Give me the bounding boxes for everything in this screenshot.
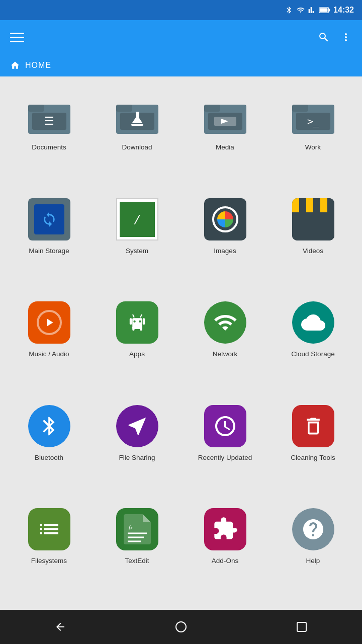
list-item[interactable]: >_ Work xyxy=(269,85,357,188)
download-icon-wrapper xyxy=(115,94,159,138)
item-label: File Sharing xyxy=(119,453,155,462)
svg-rect-19 xyxy=(292,105,308,112)
svg-rect-14 xyxy=(204,105,220,112)
item-label: Cloud Storage xyxy=(291,350,334,359)
svg-rect-1 xyxy=(329,9,330,11)
home-icon xyxy=(10,60,20,70)
list-item[interactable]: Bluetooth xyxy=(5,395,93,499)
music-audio-icon-wrapper xyxy=(27,300,71,345)
list-item[interactable]: Help xyxy=(269,498,357,602)
item-label: Download xyxy=(122,143,152,152)
svg-point-24 xyxy=(139,320,141,323)
item-label: Filesystems xyxy=(31,556,67,566)
cloud-storage-icon-wrapper xyxy=(291,300,335,345)
bottom-nav xyxy=(0,610,362,644)
list-item[interactable]: Music / Audio xyxy=(5,291,93,395)
breadcrumb: Home xyxy=(0,54,362,76)
list-item[interactable]: Cleaning Tools xyxy=(269,395,357,499)
wifi-status-icon xyxy=(296,6,305,14)
list-item[interactable]: fx TextEdit xyxy=(93,498,181,602)
list-item[interactable]: File Sharing xyxy=(93,395,181,499)
item-label: System xyxy=(126,247,148,256)
list-item[interactable]: Media xyxy=(181,85,269,188)
system-icon-wrapper: / xyxy=(115,197,159,242)
images-icon-wrapper xyxy=(203,197,247,242)
item-label: Main Storage xyxy=(29,247,69,256)
apps-icon-wrapper xyxy=(115,300,159,345)
item-label: Images xyxy=(214,247,236,256)
time-display: 14:32 xyxy=(333,6,354,15)
svg-rect-8 xyxy=(116,105,132,112)
signal-status-icon xyxy=(308,6,316,14)
cleaning-tools-icon-wrapper xyxy=(291,404,335,448)
work-icon-wrapper: >_ xyxy=(291,94,335,138)
bluetooth-icon-wrapper xyxy=(27,404,71,448)
item-label: Apps xyxy=(129,350,145,359)
list-item[interactable]: Main Storage xyxy=(5,188,93,292)
filesystems-icon-wrapper xyxy=(27,507,71,551)
svg-rect-2 xyxy=(320,8,327,12)
breadcrumb-label: Home xyxy=(25,61,51,70)
list-item[interactable]: Images xyxy=(181,188,269,292)
main-storage-icon-wrapper xyxy=(27,197,71,242)
battery-status-icon xyxy=(319,6,330,14)
svg-point-23 xyxy=(133,320,135,323)
svg-rect-11 xyxy=(136,112,139,121)
videos-icon-wrapper xyxy=(291,197,335,242)
list-item[interactable]: Videos xyxy=(269,188,357,292)
list-item[interactable]: Network xyxy=(181,291,269,395)
svg-rect-4 xyxy=(28,105,44,112)
list-item[interactable]: ☰ Documents xyxy=(5,85,93,188)
list-item[interactable]: Recently Updated xyxy=(181,395,269,499)
recently-updated-icon-wrapper xyxy=(203,404,247,448)
item-label: Bluetooth xyxy=(35,453,63,462)
top-bar-icons xyxy=(318,31,352,43)
svg-point-29 xyxy=(176,622,186,632)
item-label: Help xyxy=(306,556,320,566)
item-label: Cleaning Tools xyxy=(291,453,335,462)
svg-text:>_: >_ xyxy=(307,115,319,127)
help-icon-wrapper xyxy=(291,507,335,551)
recents-button[interactable] xyxy=(286,616,318,638)
file-sharing-icon-wrapper xyxy=(115,404,159,448)
add-ons-icon-wrapper xyxy=(203,507,247,551)
item-label: Recently Updated xyxy=(198,453,252,462)
top-bar xyxy=(0,20,362,54)
item-label: Work xyxy=(305,143,321,152)
item-label: Media xyxy=(216,143,234,152)
list-item[interactable]: Cloud Storage xyxy=(269,291,357,395)
status-bar: 14:32 xyxy=(0,0,362,20)
app-grid: ☰ Documents Download xyxy=(0,76,362,610)
item-label: Documents xyxy=(32,143,66,152)
svg-text:fx: fx xyxy=(129,524,133,530)
media-icon-wrapper xyxy=(203,94,247,138)
status-icons: 14:32 xyxy=(285,6,354,15)
svg-rect-30 xyxy=(297,622,306,631)
svg-rect-12 xyxy=(131,124,143,126)
search-button[interactable] xyxy=(318,31,330,43)
list-item[interactable]: Download xyxy=(93,85,181,188)
bluetooth-status-icon xyxy=(285,6,293,14)
item-label: TextEdit xyxy=(125,556,149,566)
svg-text:☰: ☰ xyxy=(44,115,54,127)
list-item[interactable]: / System xyxy=(93,188,181,292)
list-item[interactable]: Filesystems xyxy=(5,498,93,602)
item-label: Videos xyxy=(303,247,323,256)
back-button[interactable] xyxy=(44,616,76,638)
item-label: Music / Audio xyxy=(29,350,69,359)
item-label: Network xyxy=(213,350,238,359)
documents-icon-wrapper: ☰ xyxy=(27,94,71,138)
home-button[interactable] xyxy=(165,616,197,638)
textedit-icon-wrapper: fx xyxy=(115,507,159,551)
item-label: Add-Ons xyxy=(212,556,238,566)
menu-button[interactable] xyxy=(10,33,24,42)
more-menu-button[interactable] xyxy=(340,31,352,43)
list-item[interactable]: Apps xyxy=(93,291,181,395)
list-item[interactable]: Add-Ons xyxy=(181,498,269,602)
network-icon-wrapper xyxy=(203,300,247,345)
